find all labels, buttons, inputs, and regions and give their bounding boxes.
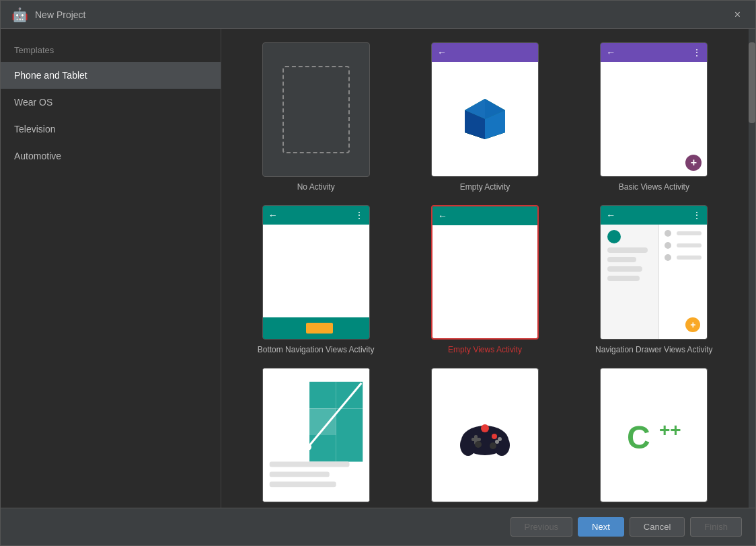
template-label-bottom-nav: Bottom Navigation Views Activity (258, 345, 375, 354)
drawer-line-2 (607, 257, 636, 262)
back-arrow-icon-bv: ← (606, 47, 615, 58)
template-thumb-cpp: C ++ (600, 368, 708, 502)
template-native-cpp[interactable]: C ++ Native C++ (580, 368, 728, 508)
back-arrow-icon-nd: ← (606, 210, 615, 221)
fab-icon: + (685, 317, 700, 332)
template-label-basic-views: Basic Views Activity (619, 182, 689, 192)
template-basic-views-activity[interactable]: ← ⋮ + Basic Views Activity (580, 42, 728, 192)
nav-drawer-bar: ← ⋮ (601, 206, 707, 225)
dialog-body: Templates Phone and Tablet Wear OS Telev… (1, 29, 755, 508)
svg-rect-16 (269, 471, 329, 477)
svg-rect-11 (336, 408, 363, 435)
sidebar-item-automotive[interactable]: Automotive (1, 143, 221, 169)
list-line-2 (677, 243, 702, 247)
template-thumb-no-activity (262, 42, 370, 177)
template-empty-views-activity[interactable]: ← Empty Views Activity (410, 205, 559, 354)
dialog-title: New Project (35, 9, 730, 20)
template-thumb-basic-views: ← ⋮ + (600, 42, 708, 177)
sidebar-item-phone-tablet[interactable]: Phone and Tablet (1, 62, 221, 89)
empty-activity-bar: ← (432, 43, 538, 62)
bottom-nav-bar-yellow (263, 317, 369, 339)
android-icon: 🤖 (11, 7, 28, 23)
svg-rect-15 (269, 462, 349, 467)
cpp-icon: C ++ (620, 408, 687, 462)
next-button[interactable]: Next (578, 517, 624, 537)
dialog-header: 🤖 New Project × (1, 1, 755, 29)
list-line-3 (677, 256, 702, 260)
bottom-nav-bar: ← ⋮ (263, 206, 369, 225)
menu-dots-icon-bn: ⋮ (354, 210, 364, 221)
cancel-button[interactable]: Cancel (630, 517, 685, 537)
template-empty-activity[interactable]: ← (410, 42, 559, 192)
drawer-list-row-2 (659, 239, 707, 251)
close-button[interactable]: × (730, 7, 745, 22)
templates-section-label: Templates (1, 34, 221, 62)
android-cube-icon (461, 95, 508, 143)
list-circle-3 (665, 254, 671, 261)
drawer-list-row-1 (659, 225, 707, 239)
template-thumb-empty-views: ← (431, 205, 539, 340)
svg-point-19 (305, 444, 311, 451)
drawer-line-1 (607, 247, 648, 253)
bottom-nav-content (263, 225, 369, 317)
template-responsive-views[interactable]: Responsive Views Activity (241, 368, 390, 508)
nav-drawer-content: + (601, 225, 707, 339)
template-game-activity[interactable]: Game Activity (410, 368, 559, 508)
template-label-no-activity: No Activity (297, 182, 335, 192)
scrollbar-track[interactable] (749, 29, 755, 508)
template-thumb-responsive (262, 368, 370, 502)
list-circle-2 (665, 242, 671, 249)
new-project-dialog: 🤖 New Project × Templates Phone and Tabl… (0, 0, 756, 546)
svg-point-29 (490, 442, 496, 449)
drawer-panel (601, 225, 659, 339)
basic-views-content: + (601, 62, 707, 176)
empty-views-content (432, 225, 537, 338)
basic-views-bar: ← ⋮ (601, 43, 707, 62)
drawer-line-3 (607, 266, 642, 272)
empty-views-bar: ← (432, 206, 537, 225)
no-activity-dashed-box (282, 66, 350, 153)
back-arrow-icon-bn: ← (268, 210, 278, 221)
list-line-1 (677, 231, 702, 235)
list-circle-1 (665, 230, 671, 237)
svg-rect-14 (336, 435, 363, 462)
svg-point-25 (492, 434, 497, 439)
template-thumb-game (431, 368, 539, 502)
game-controller-icon (458, 408, 512, 462)
template-thumb-nav-drawer: ← ⋮ (600, 205, 708, 340)
menu-dots-icon-nd: ⋮ (692, 210, 702, 221)
templates-grid: No Activity ← (241, 42, 728, 508)
finish-button[interactable]: Finish (690, 517, 742, 537)
empty-activity-content (432, 62, 538, 176)
svg-rect-17 (269, 481, 336, 487)
svg-rect-9 (309, 382, 336, 409)
template-navigation-drawer[interactable]: ← ⋮ (580, 205, 728, 354)
drawer-line-4 (607, 276, 639, 281)
templates-grid-container: No Activity ← (221, 29, 749, 508)
svg-point-21 (460, 434, 476, 456)
svg-rect-12 (309, 408, 336, 435)
previous-button[interactable]: Previous (511, 517, 573, 537)
back-arrow-icon: ← (437, 47, 447, 58)
sidebar: Templates Phone and Tablet Wear OS Telev… (1, 29, 221, 508)
svg-point-30 (481, 424, 489, 432)
dialog-footer: Previous Next Cancel Finish (1, 508, 755, 545)
back-arrow-icon-ev: ← (438, 210, 447, 221)
svg-text:++: ++ (659, 420, 681, 440)
template-thumb-bottom-nav: ← ⋮ (262, 205, 370, 340)
template-label-empty-views: Empty Views Activity (448, 345, 522, 354)
menu-dots-icon-bv: ⋮ (692, 47, 702, 58)
svg-point-27 (495, 440, 499, 444)
template-thumb-empty-activity: ← (431, 42, 539, 177)
template-no-activity[interactable]: No Activity (241, 42, 390, 192)
drawer-list-row-3 (659, 251, 707, 264)
sidebar-item-television[interactable]: Television (1, 116, 221, 143)
svg-rect-13 (309, 435, 336, 462)
template-label-empty-activity: Empty Activity (460, 182, 511, 192)
template-bottom-navigation[interactable]: ← ⋮ Bottom Navigation Views Activity (241, 205, 390, 354)
scrollbar-thumb[interactable] (749, 42, 755, 123)
svg-text:C: C (627, 420, 650, 455)
drawer-avatar (607, 230, 621, 243)
template-label-nav-drawer: Navigation Drawer Views Activity (595, 345, 713, 354)
sidebar-item-wear-os[interactable]: Wear OS (1, 89, 221, 116)
